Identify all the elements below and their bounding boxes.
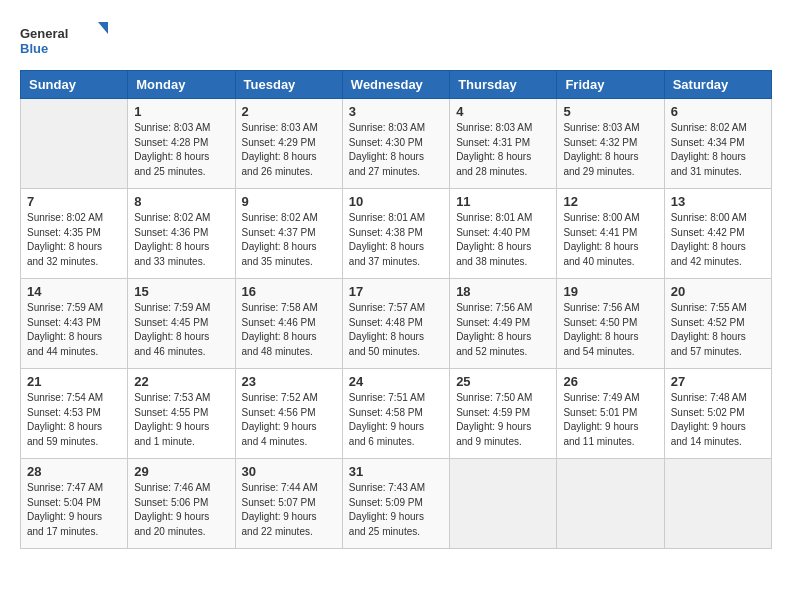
week-row-4: 21Sunrise: 7:54 AM Sunset: 4:53 PM Dayli…	[21, 369, 772, 459]
cell-info: Sunrise: 8:02 AM Sunset: 4:36 PM Dayligh…	[134, 211, 228, 269]
day-number: 4	[456, 104, 550, 119]
calendar-cell	[557, 459, 664, 549]
day-number: 13	[671, 194, 765, 209]
cell-info: Sunrise: 8:02 AM Sunset: 4:34 PM Dayligh…	[671, 121, 765, 179]
calendar-cell: 25Sunrise: 7:50 AM Sunset: 4:59 PM Dayli…	[450, 369, 557, 459]
day-number: 1	[134, 104, 228, 119]
calendar-cell: 28Sunrise: 7:47 AM Sunset: 5:04 PM Dayli…	[21, 459, 128, 549]
calendar-cell: 15Sunrise: 7:59 AM Sunset: 4:45 PM Dayli…	[128, 279, 235, 369]
cell-info: Sunrise: 7:53 AM Sunset: 4:55 PM Dayligh…	[134, 391, 228, 449]
cell-info: Sunrise: 7:54 AM Sunset: 4:53 PM Dayligh…	[27, 391, 121, 449]
calendar-cell: 27Sunrise: 7:48 AM Sunset: 5:02 PM Dayli…	[664, 369, 771, 459]
calendar-cell: 26Sunrise: 7:49 AM Sunset: 5:01 PM Dayli…	[557, 369, 664, 459]
page-header: General Blue	[20, 20, 772, 60]
calendar-cell: 1Sunrise: 8:03 AM Sunset: 4:28 PM Daylig…	[128, 99, 235, 189]
calendar-cell: 24Sunrise: 7:51 AM Sunset: 4:58 PM Dayli…	[342, 369, 449, 459]
cell-info: Sunrise: 8:02 AM Sunset: 4:37 PM Dayligh…	[242, 211, 336, 269]
calendar-cell: 5Sunrise: 8:03 AM Sunset: 4:32 PM Daylig…	[557, 99, 664, 189]
day-number: 6	[671, 104, 765, 119]
week-row-2: 7Sunrise: 8:02 AM Sunset: 4:35 PM Daylig…	[21, 189, 772, 279]
logo: General Blue	[20, 20, 120, 60]
calendar-cell: 17Sunrise: 7:57 AM Sunset: 4:48 PM Dayli…	[342, 279, 449, 369]
day-number: 20	[671, 284, 765, 299]
header-cell-thursday: Thursday	[450, 71, 557, 99]
cell-info: Sunrise: 7:44 AM Sunset: 5:07 PM Dayligh…	[242, 481, 336, 539]
day-number: 2	[242, 104, 336, 119]
day-number: 3	[349, 104, 443, 119]
cell-info: Sunrise: 8:00 AM Sunset: 4:41 PM Dayligh…	[563, 211, 657, 269]
header-cell-monday: Monday	[128, 71, 235, 99]
calendar-cell: 30Sunrise: 7:44 AM Sunset: 5:07 PM Dayli…	[235, 459, 342, 549]
day-number: 18	[456, 284, 550, 299]
header-cell-sunday: Sunday	[21, 71, 128, 99]
calendar-header: SundayMondayTuesdayWednesdayThursdayFrid…	[21, 71, 772, 99]
day-number: 14	[27, 284, 121, 299]
day-number: 21	[27, 374, 121, 389]
cell-info: Sunrise: 7:43 AM Sunset: 5:09 PM Dayligh…	[349, 481, 443, 539]
day-number: 19	[563, 284, 657, 299]
calendar-cell: 13Sunrise: 8:00 AM Sunset: 4:42 PM Dayli…	[664, 189, 771, 279]
calendar-cell: 14Sunrise: 7:59 AM Sunset: 4:43 PM Dayli…	[21, 279, 128, 369]
cell-info: Sunrise: 7:56 AM Sunset: 4:50 PM Dayligh…	[563, 301, 657, 359]
calendar-cell: 2Sunrise: 8:03 AM Sunset: 4:29 PM Daylig…	[235, 99, 342, 189]
calendar-cell: 4Sunrise: 8:03 AM Sunset: 4:31 PM Daylig…	[450, 99, 557, 189]
calendar-cell: 8Sunrise: 8:02 AM Sunset: 4:36 PM Daylig…	[128, 189, 235, 279]
calendar-cell: 18Sunrise: 7:56 AM Sunset: 4:49 PM Dayli…	[450, 279, 557, 369]
day-number: 27	[671, 374, 765, 389]
day-number: 26	[563, 374, 657, 389]
cell-info: Sunrise: 7:48 AM Sunset: 5:02 PM Dayligh…	[671, 391, 765, 449]
calendar-cell: 11Sunrise: 8:01 AM Sunset: 4:40 PM Dayli…	[450, 189, 557, 279]
calendar-cell	[21, 99, 128, 189]
day-number: 17	[349, 284, 443, 299]
cell-info: Sunrise: 7:58 AM Sunset: 4:46 PM Dayligh…	[242, 301, 336, 359]
calendar-cell: 22Sunrise: 7:53 AM Sunset: 4:55 PM Dayli…	[128, 369, 235, 459]
day-number: 5	[563, 104, 657, 119]
calendar-cell	[664, 459, 771, 549]
day-number: 9	[242, 194, 336, 209]
calendar-body: 1Sunrise: 8:03 AM Sunset: 4:28 PM Daylig…	[21, 99, 772, 549]
cell-info: Sunrise: 8:02 AM Sunset: 4:35 PM Dayligh…	[27, 211, 121, 269]
calendar-cell: 7Sunrise: 8:02 AM Sunset: 4:35 PM Daylig…	[21, 189, 128, 279]
cell-info: Sunrise: 7:46 AM Sunset: 5:06 PM Dayligh…	[134, 481, 228, 539]
cell-info: Sunrise: 8:03 AM Sunset: 4:30 PM Dayligh…	[349, 121, 443, 179]
cell-info: Sunrise: 8:03 AM Sunset: 4:29 PM Dayligh…	[242, 121, 336, 179]
day-number: 23	[242, 374, 336, 389]
calendar-cell: 19Sunrise: 7:56 AM Sunset: 4:50 PM Dayli…	[557, 279, 664, 369]
header-cell-friday: Friday	[557, 71, 664, 99]
day-number: 16	[242, 284, 336, 299]
calendar-cell: 12Sunrise: 8:00 AM Sunset: 4:41 PM Dayli…	[557, 189, 664, 279]
cell-info: Sunrise: 7:49 AM Sunset: 5:01 PM Dayligh…	[563, 391, 657, 449]
calendar-cell: 31Sunrise: 7:43 AM Sunset: 5:09 PM Dayli…	[342, 459, 449, 549]
day-number: 7	[27, 194, 121, 209]
cell-info: Sunrise: 7:59 AM Sunset: 4:45 PM Dayligh…	[134, 301, 228, 359]
logo-svg: General Blue	[20, 20, 120, 60]
calendar-cell: 16Sunrise: 7:58 AM Sunset: 4:46 PM Dayli…	[235, 279, 342, 369]
cell-info: Sunrise: 7:57 AM Sunset: 4:48 PM Dayligh…	[349, 301, 443, 359]
calendar-cell: 29Sunrise: 7:46 AM Sunset: 5:06 PM Dayli…	[128, 459, 235, 549]
cell-info: Sunrise: 7:56 AM Sunset: 4:49 PM Dayligh…	[456, 301, 550, 359]
calendar-cell: 23Sunrise: 7:52 AM Sunset: 4:56 PM Dayli…	[235, 369, 342, 459]
day-number: 10	[349, 194, 443, 209]
cell-info: Sunrise: 7:50 AM Sunset: 4:59 PM Dayligh…	[456, 391, 550, 449]
calendar-cell: 6Sunrise: 8:02 AM Sunset: 4:34 PM Daylig…	[664, 99, 771, 189]
day-number: 30	[242, 464, 336, 479]
cell-info: Sunrise: 7:51 AM Sunset: 4:58 PM Dayligh…	[349, 391, 443, 449]
day-number: 11	[456, 194, 550, 209]
day-number: 28	[27, 464, 121, 479]
cell-info: Sunrise: 8:01 AM Sunset: 4:40 PM Dayligh…	[456, 211, 550, 269]
cell-info: Sunrise: 7:55 AM Sunset: 4:52 PM Dayligh…	[671, 301, 765, 359]
day-number: 25	[456, 374, 550, 389]
day-number: 22	[134, 374, 228, 389]
cell-info: Sunrise: 8:03 AM Sunset: 4:32 PM Dayligh…	[563, 121, 657, 179]
cell-info: Sunrise: 8:03 AM Sunset: 4:31 PM Dayligh…	[456, 121, 550, 179]
calendar-cell	[450, 459, 557, 549]
day-number: 12	[563, 194, 657, 209]
day-number: 8	[134, 194, 228, 209]
header-cell-wednesday: Wednesday	[342, 71, 449, 99]
week-row-1: 1Sunrise: 8:03 AM Sunset: 4:28 PM Daylig…	[21, 99, 772, 189]
cell-info: Sunrise: 8:03 AM Sunset: 4:28 PM Dayligh…	[134, 121, 228, 179]
header-cell-tuesday: Tuesday	[235, 71, 342, 99]
day-number: 24	[349, 374, 443, 389]
day-number: 15	[134, 284, 228, 299]
calendar-table: SundayMondayTuesdayWednesdayThursdayFrid…	[20, 70, 772, 549]
